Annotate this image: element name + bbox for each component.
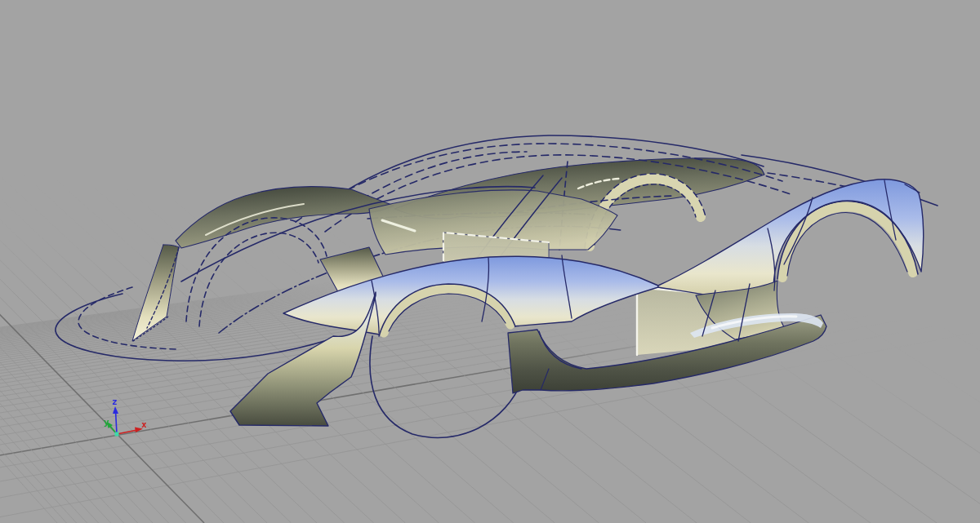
x-axis-label: x — [141, 419, 147, 430]
viewport-canvas[interactable]: x y z — [0, 0, 980, 523]
origin-point — [115, 432, 119, 437]
cad-application-window: x y z — [0, 0, 980, 523]
z-axis-label: z — [112, 397, 118, 407]
y-axis-label: y — [104, 417, 109, 428]
